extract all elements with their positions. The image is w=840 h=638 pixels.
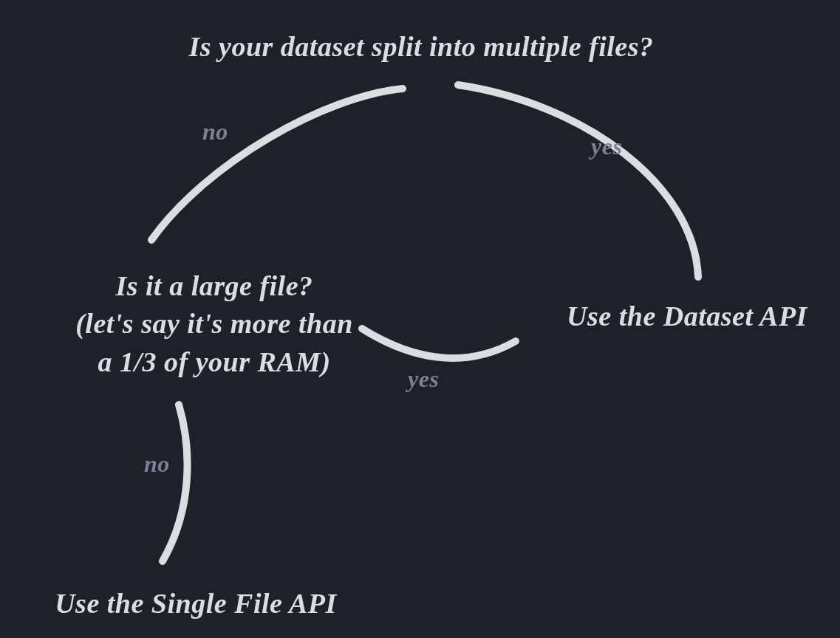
question-multiple-files: Is your dataset split into multiple file… (118, 28, 724, 66)
edge-label-no-2: no (144, 450, 170, 478)
question-large-file: Is it a large file? (let's say it's more… (44, 267, 384, 381)
result-dataset-api: Use the Dataset API (547, 298, 827, 335)
edge-label-yes-1: yes (591, 133, 622, 160)
edge-label-yes-2: yes (408, 366, 439, 393)
result-single-file-api: Use the Single File API (30, 585, 362, 622)
question-large-file-line3: a 1/3 of your RAM) (98, 346, 330, 377)
arrow-yes-2 (362, 329, 516, 358)
arrow-yes-1 (458, 85, 698, 277)
question-large-file-line2: (let's say it's more than (75, 308, 353, 339)
arrow-no-1 (151, 89, 403, 240)
edge-label-no-1: no (202, 118, 228, 145)
arrow-no-2 (163, 405, 188, 561)
question-large-file-line1: Is it a large file? (115, 270, 313, 301)
